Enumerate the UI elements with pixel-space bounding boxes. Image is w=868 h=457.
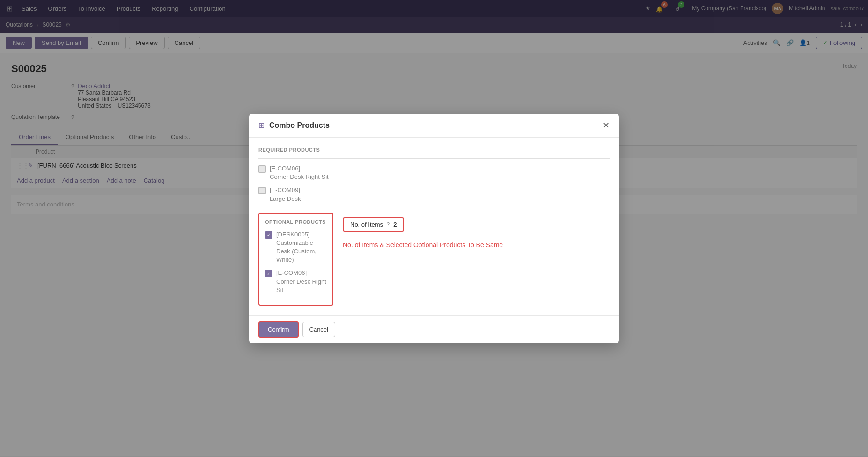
required-products-section: REQUIRED PRODUCTS [E-COM06] Corner Desk … (258, 147, 610, 203)
optional-product-name-1: [DESK0005] Customizable Desk (Custom, Wh… (276, 230, 327, 265)
optional-checkbox-2[interactable]: ✓ (265, 270, 272, 277)
no-of-items-tooltip: ? (387, 221, 390, 227)
required-checkbox-1 (258, 165, 266, 173)
modal-puzzle-icon: ⊞ (258, 121, 265, 130)
divider (258, 158, 610, 159)
required-product-2: [E-COM09] Large Desk (258, 186, 610, 203)
required-product-name-2: [E-COM09] Large Desk (270, 186, 301, 203)
no-of-items-label: No. of Items (350, 221, 383, 228)
modal-footer: Confirm Cancel (249, 315, 619, 343)
required-product-1: [E-COM06] Corner Desk Right Sit (258, 164, 610, 181)
close-icon[interactable]: ✕ (603, 120, 610, 131)
required-products-title: REQUIRED PRODUCTS (258, 147, 610, 153)
modal-confirm-button[interactable]: Confirm (258, 321, 299, 338)
required-product-name-1: [E-COM06] Corner Desk Right Sit (270, 164, 329, 181)
modal-right: No. of Items ? 2 No. of Items & Selected… (343, 213, 610, 306)
required-checkbox-2 (258, 187, 266, 194)
modal-header: ⊞ Combo Products ✕ (249, 114, 619, 138)
modal-overlay[interactable]: ⊞ Combo Products ✕ REQUIRED PRODUCTS [E-… (0, 0, 868, 456)
no-of-items-value: 2 (393, 221, 397, 228)
optional-products-title: OPTIONAL PRODUCTS (265, 219, 327, 225)
modal-body-inner: OPTIONAL PRODUCTS ✓ [DESK0005] Customiza… (258, 213, 610, 306)
no-of-items-row: No. of Items ? 2 (343, 217, 610, 232)
optional-products-box: OPTIONAL PRODUCTS ✓ [DESK0005] Customiza… (258, 213, 333, 306)
optional-checkbox-1[interactable]: ✓ (265, 231, 272, 239)
no-of-items-box: No. of Items ? 2 (343, 217, 404, 232)
modal-title: Combo Products (269, 121, 330, 130)
warning-text: No. of Items & Selected Optional Product… (343, 241, 610, 249)
modal-left: OPTIONAL PRODUCTS ✓ [DESK0005] Customiza… (258, 213, 333, 306)
combo-products-modal: ⊞ Combo Products ✕ REQUIRED PRODUCTS [E-… (249, 114, 619, 343)
optional-product-name-2: [E-COM06] Corner Desk Right Sit (276, 269, 327, 295)
modal-cancel-button[interactable]: Cancel (302, 322, 335, 337)
modal-body: REQUIRED PRODUCTS [E-COM06] Corner Desk … (249, 138, 619, 315)
optional-product-1: ✓ [DESK0005] Customizable Desk (Custom, … (265, 230, 327, 265)
optional-product-2: ✓ [E-COM06] Corner Desk Right Sit (265, 269, 327, 295)
